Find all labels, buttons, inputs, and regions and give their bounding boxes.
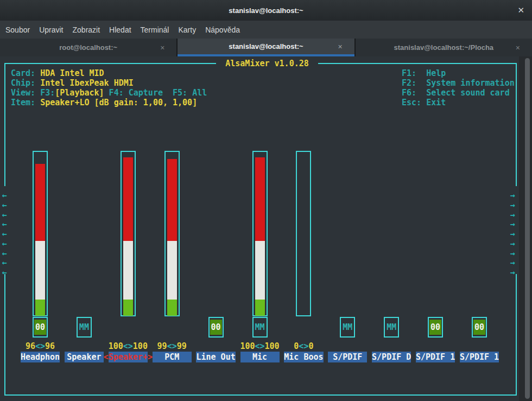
channel-column-0[interactable]: 0096<>96Headphon [18, 151, 62, 366]
window-title: stanislav@localhost:~ [229, 7, 303, 15]
mute-indicator-box[interactable]: MM [384, 317, 399, 338]
scroll-right-arrow-icon: → [508, 239, 517, 249]
menu-bar: SouborUpravitZobrazitHledatTerminálKarty… [0, 21, 532, 39]
scroll-right-arrow-icon: → [508, 268, 517, 277]
window-close-icon[interactable]: ✕ [517, 5, 524, 15]
mute-indicator-box[interactable]: 00 [33, 317, 48, 338]
channel-volume-value: 99<>99 [150, 341, 194, 351]
channel-column-8[interactable]: MMS/PDIF D [369, 151, 414, 366]
tab-stanislav-localhost[interactable]: stanislav@localhost:~ × [178, 39, 354, 56]
value-separator: <> [255, 341, 264, 351]
channel-column-4[interactable]: 00Line Out [194, 151, 238, 366]
channel-volume-value: 0<>0 [281, 341, 326, 351]
mixer-box-border-bottom [4, 394, 517, 396]
volume-bar-box[interactable] [296, 151, 311, 316]
volume-fill-green [167, 300, 177, 316]
value-number: 96 [45, 341, 55, 351]
chip-label: Chip: [11, 78, 40, 88]
volume-fill-red [255, 157, 265, 241]
menu-item-karty[interactable]: Karty [178, 26, 196, 34]
channel-column-7[interactable]: MMS/PDIF [325, 151, 370, 366]
card-label: Card: [11, 68, 40, 78]
channel-label-row: S/PDIF 1 [435, 352, 523, 362]
mixer-item-line: Item: Speaker+LO [dB gain: 1,00, 1,00] [11, 98, 197, 107]
mute-indicator-box[interactable]: MM [252, 317, 268, 338]
scroll-left-arrow-icon: ← [0, 210, 9, 220]
terminal-scrollbar-track[interactable] [519, 56, 532, 401]
volume-fill-red [35, 164, 45, 241]
keybind-esc-exit: Esc: Exit [402, 98, 446, 107]
keybind-f2-sysinfo: F2: System information [402, 78, 515, 88]
channel-volume-value: 100<>100 [106, 341, 150, 351]
scroll-left-arrow-icon: ← [0, 229, 9, 239]
menu-item-terminal[interactable]: Terminál [141, 26, 169, 34]
scroll-left-arrow-icon: ← [0, 268, 9, 277]
value-separator: <> [299, 341, 308, 351]
mixer-chip-line: Chip: Intel IbexPeak HDMI [11, 78, 134, 88]
volume-fill-white [255, 241, 265, 300]
scroll-left-arrow-icon: ← [0, 190, 9, 200]
channel-column-9[interactable]: 00S/PDIF 1 [413, 151, 458, 366]
mute-indicator-box[interactable]: MM [77, 317, 92, 338]
value-number: 100 [133, 341, 148, 351]
terminal-scrollbar-thumb[interactable] [525, 58, 530, 399]
muted-indicator: MM [343, 322, 352, 332]
channel-column-2[interactable]: 100<>100<Speaker+> [106, 151, 150, 366]
value-number: 0 [294, 341, 299, 351]
tab-label: stanislav@localhost:~/Plocha [394, 43, 494, 52]
view-active-mode: [Playback] [55, 88, 104, 98]
unmuted-indicator: 00 [210, 320, 222, 335]
tab-root-localhost[interactable]: root@localhost:~ × [0, 39, 176, 56]
selected-open-bracket: < [104, 352, 109, 362]
menu-item-soubor[interactable]: Soubor [5, 26, 30, 34]
view-label: View: F3: [11, 88, 55, 98]
mute-indicator-box[interactable]: MM [340, 317, 355, 338]
menu-item-hledat[interactable]: Hledat [109, 26, 131, 34]
channel-label[interactable]: S/PDIF 1 [460, 352, 499, 362]
mixer-box-border-left-upper [4, 63, 5, 186]
scroll-right-arrow-icon: → [508, 200, 517, 210]
mixer-box-border-right-upper [516, 63, 517, 186]
volume-fill-red [167, 159, 177, 241]
mute-indicator-box[interactable]: 00 [428, 317, 443, 338]
keybind-f6-soundcard: F6: Select sound card [402, 88, 510, 98]
tab-label: stanislav@localhost:~ [229, 42, 303, 50]
tab-label: root@localhost:~ [59, 43, 117, 52]
mixer-view-line: View: F3:[Playback] F4: Capture F5: All [11, 88, 207, 98]
value-number: 100 [109, 341, 123, 351]
tab-close-icon[interactable]: × [338, 42, 342, 51]
value-number: 96 [26, 341, 35, 351]
tab-stanislav-plocha[interactable]: stanislav@localhost:~/Plocha × [356, 39, 532, 56]
mute-indicator-box[interactable]: 00 [472, 317, 487, 338]
window-titlebar: stanislav@localhost:~ ✕ [0, 0, 532, 21]
value-number: 99 [157, 341, 167, 351]
value-separator: <> [167, 341, 177, 351]
channel-column-10[interactable]: 00S/PDIF 1 [457, 151, 502, 366]
menu-item-upravit[interactable]: Upravit [39, 26, 63, 34]
channel-column-6[interactable]: 0<>0Mic Boos [281, 151, 326, 366]
channel-column-5[interactable]: MM100<>100Mic [238, 151, 282, 366]
item-label: Item: [11, 98, 40, 107]
volume-fill-red [123, 157, 133, 241]
unmuted-indicator: 00 [34, 320, 46, 335]
channel-column-3[interactable]: 99<>99PCM [150, 151, 194, 366]
tab-close-icon[interactable]: × [516, 43, 520, 52]
scroll-left-arrow-icon: ← [0, 239, 9, 249]
scroll-right-arrow-icon: → [508, 219, 517, 229]
mixer-box-border-left-lower [4, 274, 5, 396]
menu-item-zobrazit[interactable]: Zobrazit [73, 26, 100, 34]
scroll-right-arrow-icon: → [508, 258, 517, 268]
value-number: 100 [265, 341, 280, 351]
terminal-screen[interactable]: AlsaMixer v1.0.28 Card: HDA Intel MID Ch… [0, 56, 532, 401]
view-other-modes: F4: Capture F5: All [104, 88, 207, 98]
scroll-left-arrow-icon: ← [0, 200, 9, 210]
channel-column-1[interactable]: MMSpeaker [62, 151, 106, 366]
volume-fill-green [35, 300, 45, 316]
scroll-left-arrow-icon: ← [0, 258, 9, 268]
tab-close-icon[interactable]: × [160, 43, 164, 52]
mute-indicator-box[interactable]: 00 [208, 317, 224, 338]
value-number: 99 [177, 341, 187, 351]
menu-item-napoveda[interactable]: Nápověda [205, 26, 240, 34]
keybind-f1-help: F1: Help [402, 68, 446, 78]
muted-indicator: MM [387, 322, 396, 332]
